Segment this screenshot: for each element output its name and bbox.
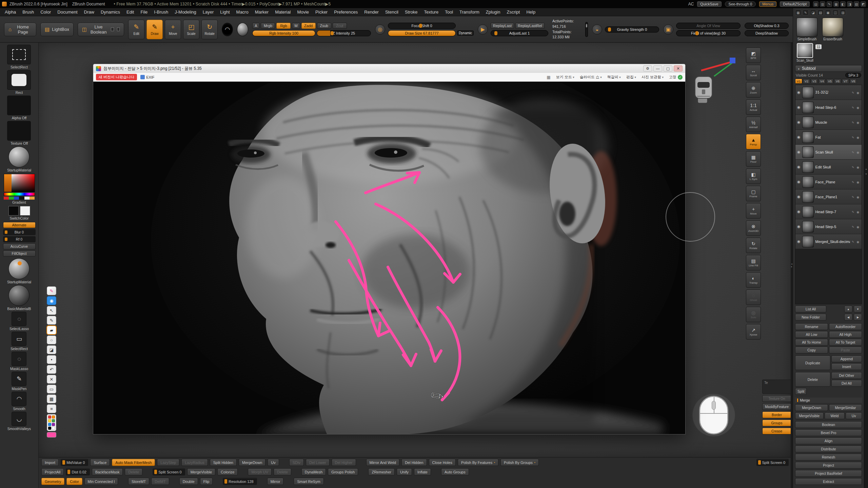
bottom-button[interactable]: Auto Mask FiberMesh [112, 459, 155, 466]
tray-button[interactable]: Alternate [3, 222, 36, 228]
annotation-tool-button[interactable]: ▰ [47, 326, 56, 334]
live-boolean-button[interactable]: ◫ Live Boolean [78, 23, 124, 36]
right-shelf-button[interactable]: ▲ Persp [746, 134, 761, 149]
right-shelf-button[interactable]: ⊗ Zoom3D [746, 220, 761, 236]
viewer-title-bar[interactable]: 첨부이미지 - 전달 > 5 이미지-3.png [21/52] - 꿀뷰 5.… [93, 64, 685, 73]
bottom-button[interactable]: ProjectAll [41, 468, 64, 475]
eraserbrush-thumbnail[interactable] [822, 18, 843, 37]
side-panel-button[interactable]: Border [762, 411, 791, 418]
current-tool-item[interactable]: Scan_Skull [796, 43, 813, 62]
menu-item[interactable]: Stroke [405, 9, 418, 15]
subtool-row[interactable]: 31-32강 [795, 85, 862, 100]
eye-icon[interactable] [797, 195, 801, 199]
subtool-up-button[interactable]: ▲ [844, 306, 852, 312]
current-tool-thumbnail[interactable] [797, 43, 813, 58]
palette-swatch[interactable] [48, 427, 51, 430]
exif-button[interactable]: EXIF [140, 75, 154, 79]
subtool-toggles[interactable] [852, 180, 860, 184]
tray-item[interactable]: SelectRect [7, 45, 31, 69]
tray-button[interactable]: Blur 0 [3, 229, 36, 235]
bottom-button[interactable]: Mirror And Weld [366, 459, 400, 466]
insert-button[interactable]: Insert [831, 363, 862, 370]
view-grid-icon[interactable]: ▦ [547, 75, 550, 80]
bottom-button[interactable]: Close Holes [429, 459, 456, 466]
stroke-type-thumbnail[interactable] [222, 23, 233, 36]
eye-icon[interactable] [797, 239, 801, 244]
del-all-button[interactable]: Del All [831, 380, 862, 387]
new-folder-button[interactable]: New Folder [795, 314, 826, 321]
merge-action-button[interactable]: MergeSimilar [829, 404, 862, 411]
subtool-view-tab[interactable]: V1 [795, 79, 802, 84]
viewer-settings-button[interactable]: ⚙ [643, 65, 652, 72]
right-shelf-button[interactable]: + Move [746, 203, 761, 219]
menu-item[interactable]: Render [364, 9, 379, 15]
mode-toggle-button[interactable]: M [292, 23, 300, 29]
menu-item[interactable]: Tool [445, 9, 453, 15]
replay-last-rel-button[interactable]: ReplayLastRel [515, 23, 545, 29]
folder-right-button[interactable]: ▶ [854, 314, 862, 321]
bottom-button[interactable]: Dist 0.02 [66, 468, 90, 475]
menu-item[interactable]: Color [40, 9, 51, 15]
subtool-down-button[interactable]: ▼ [854, 306, 862, 312]
menu-item[interactable]: Alpha [5, 9, 16, 15]
bottom-button[interactable]: Polish By Features [458, 459, 498, 466]
mode-toggle-button[interactable]: Zadd [301, 23, 316, 29]
eye-icon[interactable] [797, 165, 801, 169]
tray-item[interactable]: StartupMaterial [7, 258, 31, 284]
bottom-button[interactable]: Split Screen 0 [153, 468, 185, 475]
subtool-row[interactable]: Face_Plane [795, 175, 862, 189]
bottom-button[interactable]: Del Higher [332, 459, 356, 466]
tray-item[interactable]: ◠ Smooth [12, 392, 26, 411]
palette-swatch[interactable] [48, 423, 51, 426]
annotation-tool-button[interactable]: ○ [47, 336, 56, 344]
eye-icon[interactable] [797, 150, 801, 154]
titlebar-icon[interactable]: ▥ [820, 1, 825, 7]
menu-item[interactable]: Document [57, 9, 77, 15]
titlebar-icon[interactable]: ✎ [827, 1, 832, 7]
right-shelf-button[interactable]: ▢ Frame [746, 186, 761, 201]
tray-thumbnail[interactable]: ◠ [12, 392, 26, 406]
tray-button[interactable]: FillObject [3, 250, 36, 257]
subtool-action-button[interactable]: AutoReorder [829, 323, 862, 330]
tool-palette-icon[interactable]: ▨ [840, 9, 846, 16]
viewer-menu-item[interactable]: 책갈피 [607, 75, 621, 80]
titlebar-icon[interactable]: ▦ [833, 1, 839, 7]
annotation-color-palette[interactable] [47, 414, 56, 431]
tray-thumbnail[interactable] [7, 96, 31, 115]
points-vertical-slider[interactable] [585, 22, 588, 37]
annotation-tool-button[interactable]: ↶ [47, 365, 56, 374]
bottom-button[interactable]: Inflate [414, 468, 431, 475]
simplebrush-thumbnail[interactable] [796, 18, 817, 37]
spix-slider[interactable]: SPix 3 [845, 73, 861, 78]
menus-button[interactable]: Menus [759, 1, 776, 7]
z-intensity-slider[interactable]: Z Intensity 25 [317, 30, 371, 36]
subtool-action-button[interactable]: All High [829, 331, 862, 338]
subtool-row[interactable]: Merged_Skull-decimation2_5 [795, 234, 862, 249]
bottom-button[interactable]: StoreMT [128, 478, 149, 485]
home-page-button[interactable]: ⌂ Home Page [4, 23, 36, 36]
tool-palette-icon[interactable]: ◫ [832, 9, 839, 16]
close-button[interactable]: ✕ [674, 65, 683, 72]
annotation-tool-button[interactable]: • [47, 355, 56, 364]
menu-item[interactable]: I-Brush [154, 9, 168, 15]
bottom-button[interactable]: LazyRadius [181, 459, 208, 466]
rgb-intensity-slider[interactable]: Rgb Intensity 100 [252, 30, 315, 36]
eye-icon[interactable] [797, 135, 801, 139]
subtool-toggles[interactable] [852, 120, 860, 124]
bottom-button[interactable]: Del Lower [306, 459, 330, 466]
maximize-button[interactable]: ▢ [664, 65, 672, 72]
merge-section-header[interactable]: Merge [795, 398, 862, 403]
menu-item[interactable]: Dynamics [101, 9, 120, 15]
bottom-button[interactable]: Split Hidden [210, 459, 237, 466]
bottom-button[interactable]: DelMT [151, 478, 169, 485]
transform-mode-button[interactable]: ◰ Scale [183, 20, 199, 39]
tool-palette-icon[interactable]: ✎ [803, 9, 809, 16]
main-color-swatch[interactable] [8, 206, 19, 216]
annotation-tool-button[interactable]: ◉ [47, 296, 56, 305]
minimize-button[interactable]: — [653, 65, 662, 72]
color-picker[interactable]: Gradient [4, 174, 35, 204]
eye-icon[interactable] [797, 120, 801, 124]
menu-item[interactable]: Layer [203, 9, 214, 15]
transform-mode-button[interactable]: ✎ Edit [128, 20, 144, 39]
eye-icon[interactable] [797, 180, 801, 184]
